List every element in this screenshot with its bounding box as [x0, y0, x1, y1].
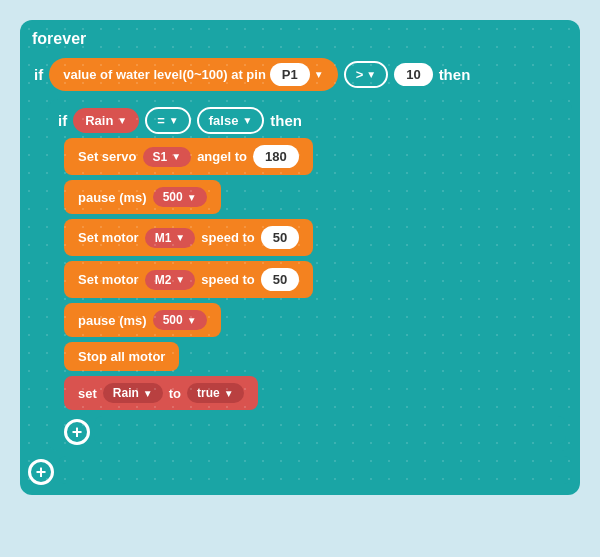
set-rain-block: set Rain ▼ to true ▼ [64, 376, 566, 410]
water-level-condition[interactable]: value of water level(0~100) at pin P1 ▼ [49, 58, 337, 91]
inner-operator[interactable]: = ▼ [145, 107, 191, 134]
inner-if-keyword: if [58, 112, 67, 129]
outer-add-button[interactable]: + [28, 459, 54, 485]
stop-motor-block: Stop all motor [64, 342, 566, 371]
motor-m2-speed-value[interactable]: 50 [261, 268, 299, 291]
operator-dropdown-icon[interactable]: ▼ [366, 69, 376, 80]
motor-m1-speed-value[interactable]: 50 [261, 226, 299, 249]
motor-m2-dropdown[interactable]: M2 ▼ [145, 270, 196, 290]
pause-command-1[interactable]: pause (ms) 500 ▼ [64, 180, 221, 214]
set-servo-command[interactable]: Set servo S1 ▼ angel to 180 [64, 138, 313, 175]
set-rain-command[interactable]: set Rain ▼ to true ▼ [64, 376, 258, 410]
inner-add-button[interactable]: + [64, 419, 90, 445]
pin-dropdown-icon[interactable]: ▼ [314, 69, 324, 80]
inner-block: if Rain ▼ = ▼ false ▼ then Set servo [48, 99, 572, 451]
stop-all-motor-command[interactable]: Stop all motor [64, 342, 179, 371]
true-value-dropdown[interactable]: true ▼ [187, 383, 244, 403]
inner-add-row: + [64, 415, 566, 445]
pin-value[interactable]: P1 [270, 63, 310, 86]
water-level-text: value of water level(0~100) at pin [63, 67, 266, 82]
pause-command-2[interactable]: pause (ms) 500 ▼ [64, 303, 221, 337]
set-motor-m2-command[interactable]: Set motor M2 ▼ speed to 50 [64, 261, 313, 298]
pause-block-2: pause (ms) 500 ▼ [64, 303, 566, 337]
false-dropdown-icon[interactable]: ▼ [242, 115, 252, 126]
outer-then-keyword: then [439, 66, 471, 83]
inner-then-keyword: then [270, 112, 302, 129]
inner-if-row: if Rain ▼ = ▼ false ▼ then [54, 103, 566, 138]
pause-block-1: pause (ms) 500 ▼ [64, 180, 566, 214]
set-motor-m1-command[interactable]: Set motor M1 ▼ speed to 50 [64, 219, 313, 256]
rain-variable[interactable]: Rain ▼ [73, 108, 139, 133]
servo-angle-value[interactable]: 180 [253, 145, 299, 168]
rain-set-dropdown[interactable]: Rain ▼ [103, 383, 163, 403]
outer-if-keyword: if [34, 66, 43, 83]
outer-add-row: + [28, 455, 572, 485]
false-value[interactable]: false ▼ [197, 107, 265, 134]
inner-add-bar [94, 416, 566, 444]
inner-content: Set servo S1 ▼ angel to 180 pause (ms) 5… [54, 138, 566, 445]
outer-if-row: if value of water level(0~100) at pin P1… [28, 54, 572, 95]
set-servo-block: Set servo S1 ▼ angel to 180 [64, 138, 566, 175]
set-motor-m1-block: Set motor M1 ▼ speed to 50 [64, 219, 566, 256]
forever-label: forever [28, 28, 572, 54]
inner-operator-dropdown-icon[interactable]: ▼ [169, 115, 179, 126]
set-motor-m2-block: Set motor M2 ▼ speed to 50 [64, 261, 566, 298]
outer-operator[interactable]: > ▼ [344, 61, 389, 88]
pause-value-2-dropdown[interactable]: 500 ▼ [153, 310, 207, 330]
forever-block: forever if value of water level(0~100) a… [20, 20, 580, 495]
pause-value-1-dropdown[interactable]: 500 ▼ [153, 187, 207, 207]
rain-dropdown-icon[interactable]: ▼ [117, 115, 127, 126]
outer-add-bar [58, 456, 572, 484]
servo-s1-dropdown[interactable]: S1 ▼ [143, 147, 192, 167]
outer-value[interactable]: 10 [394, 63, 432, 86]
motor-m1-dropdown[interactable]: M1 ▼ [145, 228, 196, 248]
